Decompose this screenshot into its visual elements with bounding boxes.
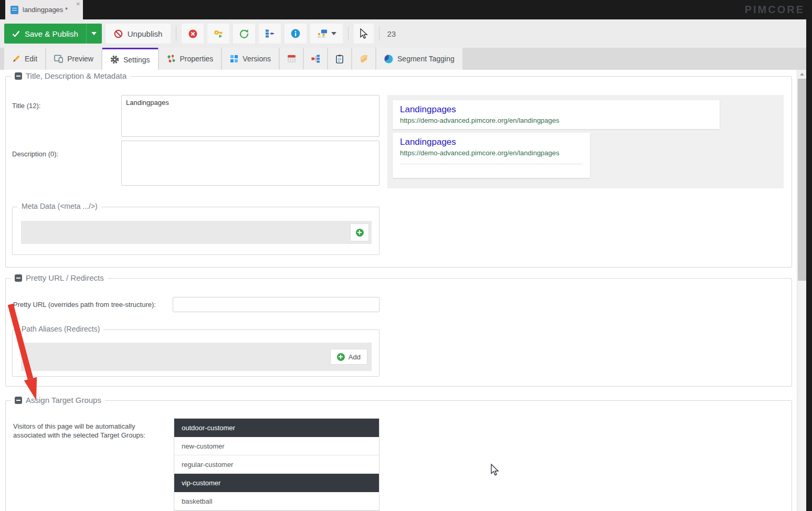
toolbar-separator — [176, 27, 176, 40]
scrollbar-thumb[interactable] — [798, 79, 806, 281]
save-options-button[interactable] — [86, 24, 102, 44]
tab-schedule[interactable] — [280, 48, 303, 70]
serp-title: Landingpages — [400, 104, 712, 115]
list-item-regular-customer[interactable]: regular-customer — [174, 455, 379, 474]
add-alias-label: Add — [349, 353, 361, 361]
tab-settings-label: Settings — [123, 56, 150, 64]
gear-icon — [110, 55, 119, 64]
collapse-icon[interactable] — [15, 397, 22, 404]
tags-icon — [359, 55, 369, 63]
list-item-vip-customer[interactable]: vip-customer — [174, 474, 379, 492]
pimcore-logo: PIMCORE — [745, 4, 805, 16]
segment-pie-icon — [384, 55, 393, 63]
versions-icon — [230, 55, 238, 63]
meta-data-fieldset: Meta Data (<meta .../>) — [12, 207, 379, 255]
save-publish-button[interactable]: Save & Publish — [4, 24, 86, 44]
toolbar-separator — [348, 27, 349, 40]
path-aliases-fieldset: Path Aliases (Redirects) Add — [12, 329, 379, 377]
serp-preview-desktop: Landingpages https://demo-advanced.pimco… — [393, 100, 720, 129]
clipboard-icon — [336, 55, 343, 63]
check-icon — [12, 30, 20, 37]
personas-button[interactable] — [310, 24, 343, 44]
target-groups-list: outdoor-customer new-customer regular-cu… — [174, 418, 379, 511]
metadata-legend-text: Title, Description & Metadata — [26, 71, 126, 80]
tab-notes[interactable] — [328, 48, 351, 70]
target-groups-description-line1: Visitors of this page will be automatica… — [13, 422, 145, 431]
tab-settings[interactable]: Settings — [102, 48, 158, 70]
personas-icon — [317, 29, 328, 38]
tab-properties-label: Properties — [180, 55, 214, 63]
path-aliases-legend: Path Aliases (Redirects) — [18, 325, 103, 333]
metadata-fieldset: Title, Description & Metadata Title (12)… — [5, 76, 792, 268]
target-groups-description-line2: associated with the selected Target Grou… — [13, 431, 145, 440]
tab-versions-label: Versions — [242, 55, 271, 63]
description-label: Description (0): — [12, 150, 58, 158]
scroll-up-button[interactable] — [797, 70, 807, 78]
document-tab[interactable]: landingpages * ✕ — [5, 0, 83, 19]
save-publish-label: Save & Publish — [25, 29, 78, 38]
tab-tags[interactable] — [352, 48, 375, 70]
pretty-url-legend-text: Pretty URL / Redirects — [26, 273, 104, 282]
pretty-url-fieldset: Pretty URL / Redirects Pretty URL (overr… — [5, 278, 792, 387]
key-icon — [214, 29, 224, 38]
pointer-icon — [360, 28, 368, 39]
chevron-down-icon — [91, 32, 97, 35]
tab-versions[interactable]: Versions — [222, 48, 279, 70]
title-input[interactable]: Landingpages — [121, 95, 379, 137]
locate-in-tree-button[interactable] — [259, 24, 281, 44]
meta-data-legend-text: Meta Data (<meta .../>) — [22, 202, 98, 210]
pretty-url-label: Pretty URL (overrides path from tree-str… — [13, 301, 156, 308]
tab-edit-label: Edit — [25, 55, 37, 63]
list-item-outdoor-customer[interactable]: outdoor-customer — [174, 419, 379, 437]
serp-url: https://demo-advanced.pimcore.org/en/lan… — [400, 116, 712, 124]
divider — [400, 164, 583, 164]
delete-button[interactable] — [182, 24, 204, 44]
editor-tab-bar: Edit Preview Settings Properties — [0, 48, 806, 70]
calendar-icon — [287, 55, 296, 63]
close-icon[interactable]: ✕ — [76, 1, 80, 7]
tab-segment-tagging[interactable]: Segment Tagging — [376, 48, 462, 70]
plus-icon — [337, 353, 345, 361]
serp-preview-mobile: Landingpages https://demo-advanced.pimco… — [393, 133, 590, 178]
tab-preview-label: Preview — [67, 55, 93, 63]
rename-button[interactable] — [207, 24, 229, 44]
description-input[interactable] — [121, 141, 379, 186]
save-publish-split-button: Save & Publish — [4, 24, 102, 44]
pretty-url-input[interactable] — [173, 297, 379, 312]
path-aliases-toolbar: Add — [21, 343, 372, 371]
list-item-new-customer[interactable]: new-customer — [174, 437, 379, 455]
settings-panel: Title, Description & Metadata Title (12)… — [0, 70, 797, 511]
tab-edit[interactable]: Edit — [4, 48, 45, 70]
plus-icon — [356, 229, 364, 237]
triangle-up-icon — [800, 73, 804, 76]
tab-segment-tagging-label: Segment Tagging — [397, 55, 455, 63]
chevron-down-icon — [331, 32, 336, 35]
window-edge — [806, 0, 812, 511]
tab-properties[interactable]: Properties — [159, 48, 222, 70]
path-aliases-legend-text: Path Aliases (Redirects) — [22, 325, 100, 333]
add-meta-button[interactable] — [350, 223, 369, 241]
open-documents-count: 23 — [387, 29, 396, 38]
serp-url: https://demo-advanced.pimcore.org/en/lan… — [400, 149, 583, 157]
tab-preview[interactable]: Preview — [46, 48, 101, 70]
info-button[interactable] — [284, 24, 307, 44]
app-header: landingpages * ✕ PIMCORE — [0, 0, 812, 19]
add-alias-button[interactable]: Add — [330, 349, 367, 365]
tree-locate-icon — [265, 29, 275, 38]
unpublish-button[interactable]: Unpublish — [106, 24, 171, 44]
toolbar-separator — [379, 27, 379, 40]
collapse-icon[interactable] — [15, 72, 22, 80]
collapse-icon[interactable] — [15, 274, 22, 282]
target-groups-description: Visitors of this page will be automatica… — [13, 422, 145, 440]
target-groups-legend-text: Assign Target Groups — [26, 396, 101, 404]
document-icon — [10, 6, 18, 14]
pointer-mode-button[interactable] — [354, 24, 374, 44]
pretty-url-legend: Pretty URL / Redirects — [11, 273, 108, 282]
reload-icon — [239, 29, 249, 38]
pencil-icon — [12, 55, 20, 63]
tab-dependencies[interactable] — [304, 48, 327, 70]
list-item-basketball[interactable]: basketball — [174, 492, 379, 510]
meta-data-toolbar — [21, 221, 372, 244]
reload-button[interactable] — [233, 24, 255, 44]
vertical-scrollbar[interactable] — [797, 70, 806, 511]
